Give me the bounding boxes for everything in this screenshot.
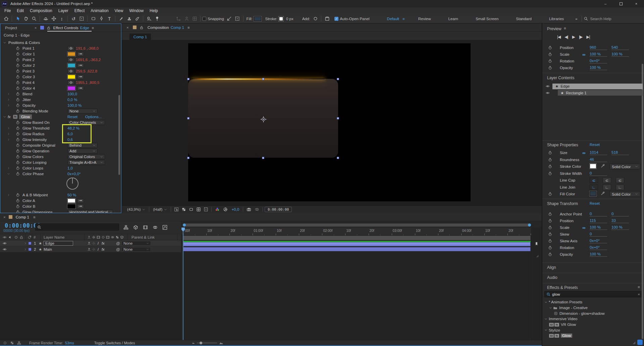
property-value[interactable]: 518 [611,150,629,155]
layer-name[interactable]: Edge [44,241,73,246]
property-row-composite-original[interactable]: Composite OriginalBehind [0,142,119,148]
property-value[interactable]: 100,0 [67,92,77,96]
eyedropper-icon[interactable] [601,191,605,196]
zoom-tool[interactable] [30,15,38,23]
fx-switch[interactable]: fx [102,241,105,245]
selection-handle[interactable] [187,117,190,119]
local-axis-mode[interactable] [174,15,182,23]
property-row-point-3[interactable]: Point 3259,5 ,622,8 [0,68,119,74]
menu-view[interactable]: View [112,7,126,14]
region-of-interest-button[interactable] [195,205,202,213]
comp-mini-tab[interactable]: Comp 1 [129,34,151,40]
snapshot-button[interactable] [245,205,253,213]
property-value[interactable]: 960 [590,45,607,50]
property-dropdown[interactable]: Behind [67,143,98,148]
property-row-color-3[interactable]: Color 3 [0,74,119,80]
panel-menu-icon[interactable]: ≡ [187,26,190,30]
go-to-start-button[interactable]: |◀ [557,35,560,39]
effect-name[interactable]: Glow [19,114,32,119]
property-row-glow-colors[interactable]: Glow ColorsOriginal Colors [0,154,119,159]
shape-properties-reset[interactable]: Reset [590,143,600,147]
frame-blending-button[interactable] [142,224,148,230]
collapse-icon[interactable] [544,301,547,304]
property-value[interactable]: 0x+0° [590,239,607,243]
workspace-libraries[interactable]: Libraries [542,17,571,21]
preview-timecode[interactable]: 0:00:00:00 [265,207,292,212]
expand-icon[interactable] [7,104,10,107]
layer-contents-item-edge[interactable]: ★Edge [542,83,643,89]
selection-handle[interactable] [337,157,339,159]
hand-tool[interactable] [22,15,30,23]
guides-options-button[interactable] [173,205,180,213]
options-link[interactable]: Options... [85,115,102,119]
collapse-icon[interactable] [544,317,547,320]
stopwatch-icon[interactable] [16,103,20,107]
property-row-dial[interactable] [0,177,119,192]
tree-item-immersive-video[interactable]: Immersive Video [542,316,641,322]
point-value[interactable]: 1955,1 ,800,5 [76,81,99,85]
property-row-color-1[interactable]: Color 1 [0,51,119,57]
magnification-dropdown[interactable]: (43,9%) [125,207,147,211]
stopwatch-icon[interactable] [16,155,20,159]
property-row-glow[interactable]: fxfxGlowResetOptions... [0,114,119,119]
property-dropdown[interactable]: Original Colors [67,154,105,159]
resolution-dropdown[interactable]: (Half) [151,207,169,211]
eye-icon[interactable] [3,247,7,251]
shape-transform-scale[interactable]: Scale∞100 %100 % [542,224,641,231]
stopwatch-icon[interactable] [16,92,20,96]
selection-handle[interactable] [262,157,264,159]
menu-animation[interactable]: Animation [88,7,111,14]
tree-item-vr-glow[interactable]: 32fxVR Glow [542,322,641,328]
property-row-jitter[interactable]: Jitter0,0 % [0,97,119,102]
expand-icon[interactable] [7,127,10,130]
timeline-track-area[interactable]: :00f10f20f01:00f10f20f02:00f10f20f03:00f… [181,221,542,340]
workspace-overflow-icon[interactable]: » [575,17,577,21]
layer-bar-main[interactable] [183,247,531,251]
stopwatch-icon[interactable] [548,226,552,230]
label-color-chip[interactable] [28,242,32,245]
property-row-color-b[interactable]: Color B [0,203,119,209]
property-value[interactable]: 0x+0,0° [67,172,80,176]
shape-prop-fill-color[interactable]: Fill ColorSolid Color [542,191,641,197]
property-row-color-phase[interactable]: Color Phase0x+0,0° [0,171,119,177]
stopwatch-icon[interactable] [16,63,20,67]
collapse-icon[interactable] [7,172,10,175]
auto-open-checkbox[interactable]: ✓ [334,17,338,21]
stopwatch-icon[interactable] [548,252,552,256]
stroke-swatch[interactable] [279,16,283,21]
toggle-switches-modes-button[interactable]: Toggle Switches / Modes [94,341,135,345]
expand-icon[interactable] [7,166,10,169]
property-row-color-2[interactable]: Color 2 [0,62,119,68]
shape-transform-skew[interactable]: Skew0 [542,231,641,238]
workspace-menu-icon[interactable]: ≡ [402,17,405,21]
stopwatch-icon[interactable] [548,158,552,162]
stopwatch-icon[interactable] [548,52,552,56]
transform-rotation[interactable]: Rotation0x+0° [542,58,641,64]
tree-item-image-creative[interactable]: Image - Creative [542,305,641,311]
menu-edit[interactable]: Edit [14,7,27,14]
add-property-button[interactable] [311,15,319,23]
line-cap-option-1[interactable]: ⊂ [590,178,598,183]
property-value[interactable]: 100,0 % [67,103,82,107]
collapse-icon[interactable] [544,329,547,332]
panel-menu-icon[interactable]: ≡ [33,215,36,219]
shape-transform-opacity[interactable]: Opacity100 % [542,251,641,258]
layer-bar-edge[interactable] [183,242,531,246]
solo-icon[interactable] [14,235,18,239]
layer-contents-item-rectangle-1[interactable]: ★Rectangle 1 [542,90,643,96]
stopwatch-icon[interactable] [548,46,552,50]
property-value[interactable]: 0,0 % [67,98,77,102]
graph-editor-button[interactable] [162,224,168,230]
shape-transform-reset[interactable]: Reset [590,201,600,205]
previous-frame-button[interactable]: ◀| [565,35,568,39]
selection-tool[interactable] [14,15,22,23]
stopwatch-icon[interactable] [16,199,20,203]
link-icon[interactable]: ∞ [582,225,585,230]
quality-switch[interactable]: / [98,241,99,245]
property-row-positions-colors[interactable]: Positions & Colors [0,40,119,45]
pen-tool[interactable] [97,15,105,23]
parent-dropdown[interactable]: None [121,247,151,252]
shape-prop-roundness[interactable]: Roundness46 [542,156,641,163]
stopwatch-icon[interactable] [16,172,20,176]
point-value[interactable]: 191,6 ,-368,0 [76,46,99,50]
